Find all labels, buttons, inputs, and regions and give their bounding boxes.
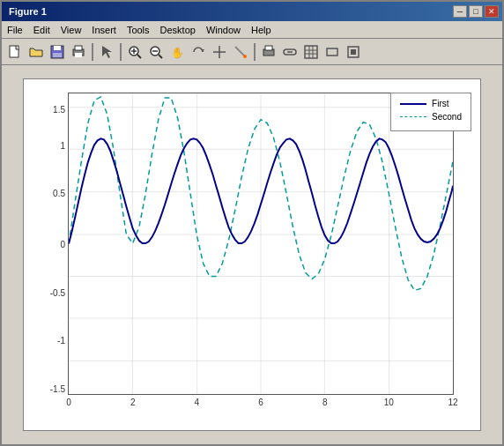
svg-rect-2 xyxy=(54,46,61,50)
svg-rect-32 xyxy=(351,49,356,55)
legend-second-item: Second xyxy=(400,112,462,122)
menu-view[interactable]: View xyxy=(56,23,87,37)
y-label-1p5: 1.5 xyxy=(53,104,65,114)
data-cursor-button[interactable] xyxy=(210,42,229,62)
axes: 1.5 1 0.5 0 -0.5 -1 -1.5 0 2 4 6 8 10 12 xyxy=(68,93,454,395)
pan-button[interactable]: ✋ xyxy=(167,42,187,62)
menu-bar: File Edit View Insert Tools Desktop Wind… xyxy=(2,21,502,39)
second-line-sample xyxy=(400,116,426,117)
menu-help[interactable]: Help xyxy=(246,23,277,37)
sep1 xyxy=(92,43,93,61)
svg-rect-5 xyxy=(75,46,82,50)
close-button[interactable]: ✕ xyxy=(485,5,499,18)
minimize-button[interactable]: ─ xyxy=(453,5,467,18)
svg-rect-3 xyxy=(53,53,62,57)
main-window: Figure 1 ─ □ ✕ File Edit View Insert Too… xyxy=(0,0,504,446)
brush-button[interactable] xyxy=(231,42,250,62)
y-label-0: 0 xyxy=(60,240,65,249)
toolbar: ✋ xyxy=(2,39,502,65)
box-button[interactable] xyxy=(322,42,342,62)
print-button[interactable] xyxy=(69,42,88,62)
figure-container: 1.5 1 0.5 0 -0.5 -1 -1.5 0 2 4 6 8 10 12 xyxy=(23,78,481,431)
legend: First Second xyxy=(390,93,471,131)
x-label-0: 0 xyxy=(66,398,71,407)
link-button[interactable] xyxy=(280,42,300,62)
print2-button[interactable] xyxy=(259,42,278,62)
sep3 xyxy=(254,43,256,61)
maximize-button[interactable]: □ xyxy=(469,5,483,18)
y-label-1: 1 xyxy=(60,140,65,150)
open-button[interactable] xyxy=(26,42,46,62)
menu-edit[interactable]: Edit xyxy=(28,23,56,37)
svg-line-19 xyxy=(235,47,244,56)
menu-file[interactable]: File xyxy=(2,23,28,37)
y-label-n0p5: -0.5 xyxy=(50,287,65,297)
svg-line-13 xyxy=(159,55,162,58)
legend-first-label: First xyxy=(432,99,448,108)
svg-point-20 xyxy=(243,55,247,58)
square-button[interactable] xyxy=(344,42,363,62)
svg-marker-16 xyxy=(201,49,204,52)
first-line-sample xyxy=(400,103,426,105)
cursor-button[interactable] xyxy=(97,42,116,62)
legend-second-label: Second xyxy=(432,112,462,122)
sep2 xyxy=(120,43,122,61)
svg-marker-7 xyxy=(102,46,112,58)
menu-desktop[interactable]: Desktop xyxy=(155,23,201,37)
x-label-6: 6 xyxy=(258,398,263,407)
svg-rect-25 xyxy=(305,46,317,58)
window-title: Figure 1 xyxy=(5,6,47,17)
title-bar-buttons: ─ □ ✕ xyxy=(453,5,499,18)
y-label-n1p5: -1.5 xyxy=(50,383,65,393)
x-label-4: 4 xyxy=(194,398,199,407)
plot-svg xyxy=(69,93,453,394)
rotate-button[interactable] xyxy=(189,42,208,62)
x-label-8: 8 xyxy=(322,398,328,407)
zoom-out-button[interactable] xyxy=(146,42,166,62)
x-label-2: 2 xyxy=(130,398,136,407)
svg-line-9 xyxy=(137,55,141,58)
menu-insert[interactable]: Insert xyxy=(86,23,122,37)
save-button[interactable] xyxy=(48,42,67,62)
svg-text:✋: ✋ xyxy=(171,46,184,59)
y-label-0p5: 0.5 xyxy=(53,189,65,198)
title-bar: Figure 1 ─ □ ✕ xyxy=(2,2,502,21)
x-label-12: 12 xyxy=(448,398,457,407)
zoom-in-button[interactable] xyxy=(125,42,145,62)
legend-first-item: First xyxy=(400,99,462,108)
new-button[interactable] xyxy=(5,42,25,62)
menu-window[interactable]: Window xyxy=(201,23,246,37)
svg-rect-6 xyxy=(75,53,82,57)
menu-tools[interactable]: Tools xyxy=(122,23,155,37)
grid-button[interactable] xyxy=(301,42,321,62)
x-label-10: 10 xyxy=(384,398,394,407)
svg-rect-30 xyxy=(327,48,337,56)
plot-area: 1.5 1 0.5 0 -0.5 -1 -1.5 0 2 4 6 8 10 12 xyxy=(2,65,502,444)
svg-rect-22 xyxy=(265,46,272,50)
y-label-n1: -1 xyxy=(57,336,65,346)
